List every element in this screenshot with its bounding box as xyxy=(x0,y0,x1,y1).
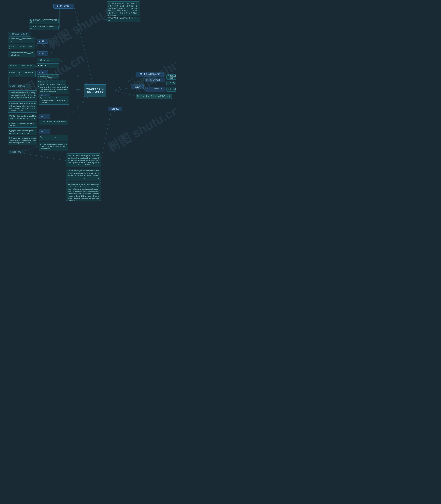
para3-analysis-node: 第三段、对事件的分析 xyxy=(145,87,165,92)
step-intro-node: 要求考生写一篇记叙文，描述事件发生的时间、地点、原因、人物及结果，最后对事件进行… xyxy=(107,1,140,16)
fill-expand2-1-node: 扩展句：1、onerommatebroughtablanketforhim. xyxy=(8,122,37,128)
svg-line-2 xyxy=(115,91,138,97)
part3-label-node: 第三部分、范文 xyxy=(8,150,24,154)
fill-expand3-1-node: 扩展句：1、whenthesavagesarswasspreading,peop… xyxy=(8,136,37,145)
fill-opening-node: 开题句：aboutnineo'clockoneeveningimmay,myro… xyxy=(8,91,37,100)
fill3-1-node: 3、anditisjustbecauseofthiscarethatwecanh… xyxy=(39,96,69,105)
fill-para3-label-node: 第三段： xyxy=(39,129,50,134)
expand2-2-node: 2、another_____ xyxy=(36,64,59,68)
step-context-node: 交代清楚故事涉及的人物、时间、地点： xyxy=(107,17,140,22)
expand2-1-node: 扩展句：1、one___ xyxy=(36,58,59,62)
fanwen3-node: isheasuspectedsanspatient?whocantell?but… xyxy=(66,182,101,201)
fill-conclusion-node: 结题句：isheasuspectedsanspatient?whocantell… xyxy=(8,129,37,135)
directions-node: directions：forthispart,youareallowedthir… xyxy=(39,85,69,94)
template-fill-node: [写作模板、填充的段] xyxy=(8,84,31,88)
para3-formula-node: 分析句1+分析句2+分析3 xyxy=(166,87,176,92)
diy-template-node: [diy写作模板、架构的段] xyxy=(8,32,31,36)
first-para-1-node: 1、简单描述一下这位同学生病的情况。 xyxy=(29,19,59,24)
practice-label-node: 实战演练 xyxy=(108,107,122,111)
para2-formula-node: 起因+经过+结果 xyxy=(166,81,176,85)
part1-title-node: 第一部分:记叙文题型作文 xyxy=(136,72,164,77)
svg-line-38 xyxy=(101,109,112,161)
para2-label-node: 第二段： xyxy=(36,51,48,56)
fill-para3-2-node: 2、thiskindofcarebetweenpersonsistheveryk… xyxy=(39,142,68,151)
first-para-2-node: 2、同学、老师和我是如何帮助他的。 xyxy=(29,25,59,30)
first-para-title-node: 第一段、总结描述 xyxy=(53,4,74,9)
expand3-1-node: 扩展句：1、when___peopleshowed___spintregardl… xyxy=(8,70,36,77)
para3-3-node: 3、ourteacher_____ xyxy=(36,74,59,79)
fanwen2-node: withouthesitation,idialed"120".itwasn'tl… xyxy=(66,169,101,181)
para2-detail-node: 第二段、具体描述 xyxy=(145,78,165,82)
fill-expand-node: 扩展句：hisheadwasachingsointensely that hek… xyxy=(8,101,37,113)
fill-theme-node: 主题句：withouthesitation,idialed'120'.itwas… xyxy=(8,114,37,121)
part2-practice-node: 第二部分、记叙文题型作文diy写作范文练习 xyxy=(136,94,172,99)
opening-sentence-node: 开题句：about___o'clockoneeveningin___,____ xyxy=(8,36,35,43)
fanwen1-node: aboutnineo'clockoneeveninginmay,myroomma… xyxy=(66,153,101,167)
theme-sentence-node: 主题句：withouthesitation_____itwasn'tlongbe… xyxy=(8,50,35,57)
center-node: 2018年英语六级作文模板：记叙文题型 xyxy=(84,84,107,97)
expand1-node: 扩展句：______(展开描述—下事件) xyxy=(8,44,35,49)
conclusion-sentence-node: 结题句：is_____?whocantell?but___ xyxy=(8,64,35,69)
fill-para2-label-node: 第二段： xyxy=(39,114,50,119)
para1-label-node: 第一段： xyxy=(36,39,48,44)
fill-expand2-2-node: 2、anothersupportedhimintheambulance xyxy=(39,120,68,125)
svg-line-34 xyxy=(74,7,94,91)
fill-para3-3-node: 3、ourteacheristedongivinghimsomemoney. xyxy=(39,135,68,141)
para2-detail-sub-node: 具体描述事件发生的原因、经过和结果 xyxy=(166,74,176,80)
svg-line-45 xyxy=(20,153,67,161)
topic-sentence-node: 主题句 xyxy=(131,84,144,89)
